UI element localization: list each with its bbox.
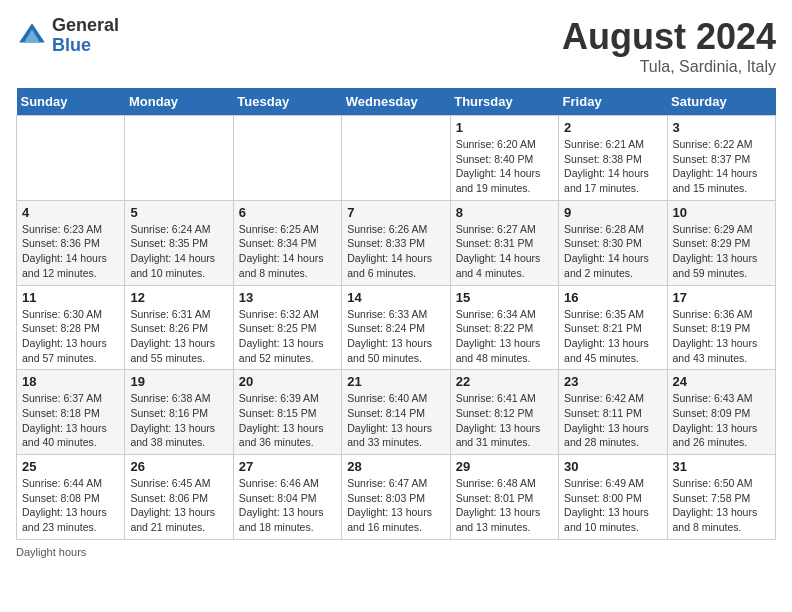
day-info: Sunrise: 6:31 AMSunset: 8:26 PMDaylight:… (130, 307, 227, 366)
day-info: Sunrise: 6:39 AMSunset: 8:15 PMDaylight:… (239, 391, 336, 450)
day-number: 31 (673, 459, 770, 474)
day-info: Sunrise: 6:27 AMSunset: 8:31 PMDaylight:… (456, 222, 553, 281)
logo: General Blue (16, 16, 119, 56)
day-number: 26 (130, 459, 227, 474)
day-cell: 9Sunrise: 6:28 AMSunset: 8:30 PMDaylight… (559, 200, 667, 285)
day-number: 23 (564, 374, 661, 389)
day-info: Sunrise: 6:29 AMSunset: 8:29 PMDaylight:… (673, 222, 770, 281)
header-cell-friday: Friday (559, 88, 667, 116)
day-info: Sunrise: 6:30 AMSunset: 8:28 PMDaylight:… (22, 307, 119, 366)
logo-icon (16, 20, 48, 52)
day-cell: 15Sunrise: 6:34 AMSunset: 8:22 PMDayligh… (450, 285, 558, 370)
logo-general: General (52, 16, 119, 36)
calendar-header: SundayMondayTuesdayWednesdayThursdayFrid… (17, 88, 776, 116)
day-info: Sunrise: 6:32 AMSunset: 8:25 PMDaylight:… (239, 307, 336, 366)
day-number: 11 (22, 290, 119, 305)
day-cell: 4Sunrise: 6:23 AMSunset: 8:36 PMDaylight… (17, 200, 125, 285)
day-cell: 23Sunrise: 6:42 AMSunset: 8:11 PMDayligh… (559, 370, 667, 455)
day-number: 17 (673, 290, 770, 305)
day-number: 9 (564, 205, 661, 220)
day-cell: 13Sunrise: 6:32 AMSunset: 8:25 PMDayligh… (233, 285, 341, 370)
day-cell: 14Sunrise: 6:33 AMSunset: 8:24 PMDayligh… (342, 285, 450, 370)
day-number: 14 (347, 290, 444, 305)
week-row-3: 18Sunrise: 6:37 AMSunset: 8:18 PMDayligh… (17, 370, 776, 455)
day-info: Sunrise: 6:25 AMSunset: 8:34 PMDaylight:… (239, 222, 336, 281)
day-cell: 29Sunrise: 6:48 AMSunset: 8:01 PMDayligh… (450, 455, 558, 540)
day-info: Sunrise: 6:38 AMSunset: 8:16 PMDaylight:… (130, 391, 227, 450)
day-cell: 11Sunrise: 6:30 AMSunset: 8:28 PMDayligh… (17, 285, 125, 370)
day-info: Sunrise: 6:44 AMSunset: 8:08 PMDaylight:… (22, 476, 119, 535)
day-cell: 2Sunrise: 6:21 AMSunset: 8:38 PMDaylight… (559, 116, 667, 201)
day-info: Sunrise: 6:22 AMSunset: 8:37 PMDaylight:… (673, 137, 770, 196)
day-cell: 1Sunrise: 6:20 AMSunset: 8:40 PMDaylight… (450, 116, 558, 201)
logo-text: General Blue (52, 16, 119, 56)
header-cell-tuesday: Tuesday (233, 88, 341, 116)
footer: Daylight hours (16, 546, 776, 558)
day-info: Sunrise: 6:41 AMSunset: 8:12 PMDaylight:… (456, 391, 553, 450)
day-cell: 27Sunrise: 6:46 AMSunset: 8:04 PMDayligh… (233, 455, 341, 540)
day-number: 4 (22, 205, 119, 220)
header-cell-thursday: Thursday (450, 88, 558, 116)
day-number: 13 (239, 290, 336, 305)
day-info: Sunrise: 6:49 AMSunset: 8:00 PMDaylight:… (564, 476, 661, 535)
day-info: Sunrise: 6:42 AMSunset: 8:11 PMDaylight:… (564, 391, 661, 450)
day-cell: 25Sunrise: 6:44 AMSunset: 8:08 PMDayligh… (17, 455, 125, 540)
day-number: 12 (130, 290, 227, 305)
day-cell: 19Sunrise: 6:38 AMSunset: 8:16 PMDayligh… (125, 370, 233, 455)
header-cell-monday: Monday (125, 88, 233, 116)
day-info: Sunrise: 6:50 AMSunset: 7:58 PMDaylight:… (673, 476, 770, 535)
day-number: 29 (456, 459, 553, 474)
day-number: 15 (456, 290, 553, 305)
day-cell: 20Sunrise: 6:39 AMSunset: 8:15 PMDayligh… (233, 370, 341, 455)
day-cell: 30Sunrise: 6:49 AMSunset: 8:00 PMDayligh… (559, 455, 667, 540)
day-cell: 3Sunrise: 6:22 AMSunset: 8:37 PMDaylight… (667, 116, 775, 201)
day-number: 1 (456, 120, 553, 135)
day-info: Sunrise: 6:24 AMSunset: 8:35 PMDaylight:… (130, 222, 227, 281)
day-info: Sunrise: 6:45 AMSunset: 8:06 PMDaylight:… (130, 476, 227, 535)
month-title: August 2024 (562, 16, 776, 58)
day-cell (233, 116, 341, 201)
day-info: Sunrise: 6:34 AMSunset: 8:22 PMDaylight:… (456, 307, 553, 366)
page-header: General Blue August 2024 Tula, Sardinia,… (16, 16, 776, 76)
day-info: Sunrise: 6:37 AMSunset: 8:18 PMDaylight:… (22, 391, 119, 450)
day-number: 25 (22, 459, 119, 474)
logo-blue: Blue (52, 36, 119, 56)
day-cell (342, 116, 450, 201)
day-info: Sunrise: 6:23 AMSunset: 8:36 PMDaylight:… (22, 222, 119, 281)
day-number: 30 (564, 459, 661, 474)
day-number: 3 (673, 120, 770, 135)
week-row-0: 1Sunrise: 6:20 AMSunset: 8:40 PMDaylight… (17, 116, 776, 201)
day-info: Sunrise: 6:26 AMSunset: 8:33 PMDaylight:… (347, 222, 444, 281)
day-number: 6 (239, 205, 336, 220)
day-cell: 24Sunrise: 6:43 AMSunset: 8:09 PMDayligh… (667, 370, 775, 455)
day-info: Sunrise: 6:46 AMSunset: 8:04 PMDaylight:… (239, 476, 336, 535)
day-info: Sunrise: 6:40 AMSunset: 8:14 PMDaylight:… (347, 391, 444, 450)
title-block: August 2024 Tula, Sardinia, Italy (562, 16, 776, 76)
day-number: 21 (347, 374, 444, 389)
day-info: Sunrise: 6:21 AMSunset: 8:38 PMDaylight:… (564, 137, 661, 196)
header-cell-saturday: Saturday (667, 88, 775, 116)
day-info: Sunrise: 6:36 AMSunset: 8:19 PMDaylight:… (673, 307, 770, 366)
day-cell: 18Sunrise: 6:37 AMSunset: 8:18 PMDayligh… (17, 370, 125, 455)
day-number: 16 (564, 290, 661, 305)
header-cell-sunday: Sunday (17, 88, 125, 116)
day-number: 8 (456, 205, 553, 220)
week-row-1: 4Sunrise: 6:23 AMSunset: 8:36 PMDaylight… (17, 200, 776, 285)
header-row: SundayMondayTuesdayWednesdayThursdayFrid… (17, 88, 776, 116)
day-cell: 17Sunrise: 6:36 AMSunset: 8:19 PMDayligh… (667, 285, 775, 370)
day-cell: 10Sunrise: 6:29 AMSunset: 8:29 PMDayligh… (667, 200, 775, 285)
day-cell: 22Sunrise: 6:41 AMSunset: 8:12 PMDayligh… (450, 370, 558, 455)
day-cell (17, 116, 125, 201)
week-row-4: 25Sunrise: 6:44 AMSunset: 8:08 PMDayligh… (17, 455, 776, 540)
calendar-body: 1Sunrise: 6:20 AMSunset: 8:40 PMDaylight… (17, 116, 776, 540)
day-number: 20 (239, 374, 336, 389)
day-cell: 8Sunrise: 6:27 AMSunset: 8:31 PMDaylight… (450, 200, 558, 285)
day-number: 28 (347, 459, 444, 474)
day-info: Sunrise: 6:33 AMSunset: 8:24 PMDaylight:… (347, 307, 444, 366)
day-number: 19 (130, 374, 227, 389)
week-row-2: 11Sunrise: 6:30 AMSunset: 8:28 PMDayligh… (17, 285, 776, 370)
day-number: 7 (347, 205, 444, 220)
calendar-table: SundayMondayTuesdayWednesdayThursdayFrid… (16, 88, 776, 540)
day-cell (125, 116, 233, 201)
day-cell: 12Sunrise: 6:31 AMSunset: 8:26 PMDayligh… (125, 285, 233, 370)
